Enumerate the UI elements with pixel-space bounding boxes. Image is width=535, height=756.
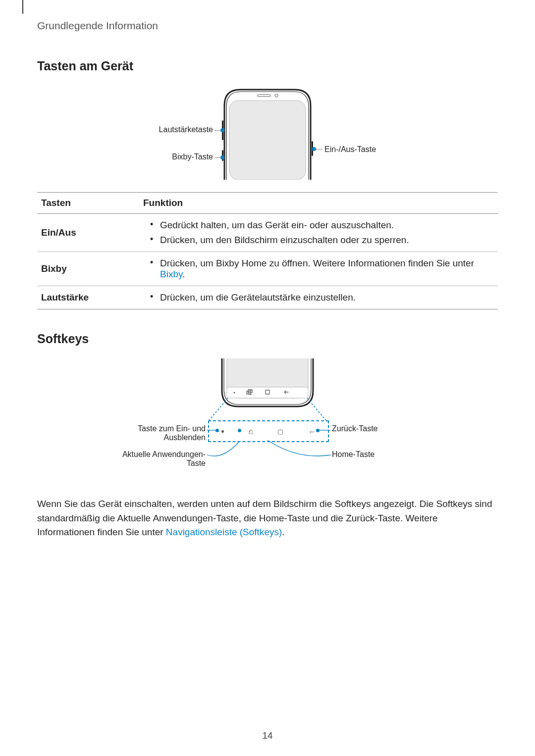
callout-power-label: Ein-/Aus-Taste	[324, 145, 376, 153]
callout-hide-key: Taste zum Ein- und Ausblenden	[109, 424, 206, 442]
callout-dot-icon	[220, 128, 224, 132]
table-header-key: Tasten	[37, 193, 139, 214]
callout-dot-icon	[215, 429, 219, 432]
link-navigation-bar[interactable]: Navigationsleiste (Softkeys)	[166, 527, 282, 537]
callout-power-key: Ein-/Aus-Taste	[324, 145, 409, 154]
phone-top-illustration	[220, 86, 315, 180]
table-key-cell: Ein/Aus	[37, 214, 139, 252]
back-icon: ←	[308, 427, 316, 436]
table-func-cell: Drücken, um Bixby Home zu öffnen. Weiter…	[139, 252, 498, 286]
callout-home-key: Home-Taste	[332, 450, 416, 459]
hide-dot-icon	[221, 430, 224, 433]
callout-volume-label: Lautstärketaste	[159, 125, 213, 134]
table-row: Lautstärke Drücken, um die Gerätelautstä…	[37, 286, 498, 309]
table-func-cell: Gedrückt halten, um das Gerät ein- oder …	[139, 214, 498, 252]
table-header-function: Funktion	[139, 193, 498, 214]
text: .	[182, 269, 185, 279]
running-head: Grundlegende Information	[37, 20, 498, 32]
callout-dot-icon	[238, 429, 241, 432]
callout-line	[316, 149, 322, 150]
callout-dot-icon	[316, 429, 320, 432]
table-func-item: Gedrückt halten, um das Gerät ein- oder …	[153, 218, 494, 233]
table-key-cell: Bixby	[37, 252, 139, 286]
callout-dot-icon	[312, 147, 316, 151]
callout-back-key: Zurück-Taste	[332, 424, 416, 433]
softkey-bar-zoom: ⎌ ▢ ←	[208, 420, 329, 442]
page-edge-mark	[22, 0, 23, 14]
text: Drücken, um Bixby Home zu öffnen. Weiter…	[160, 258, 474, 268]
callout-recents-key: Aktuelle Anwendungen-Taste	[109, 450, 206, 468]
svg-rect-2	[258, 95, 270, 97]
table-func-cell: Drücken, um die Gerätelautstärke einzust…	[139, 286, 498, 309]
text: .	[282, 527, 284, 537]
callout-recents-label: Aktuelle Anwendungen-Taste	[122, 450, 206, 467]
figure-device-keys: Lautstärketaste Bixby-Taste Ein-/Aus-Tas…	[37, 86, 498, 180]
figure-softkeys: ⎌ ▢ ← Taste zum Ein- und Ausblenden Aktu…	[37, 358, 498, 485]
page-content: Grundlegende Information Tasten am Gerät	[0, 0, 535, 540]
callout-bixby-key: Bixby-Taste	[129, 152, 213, 161]
callout-bixby-label: Bixby-Taste	[172, 152, 213, 161]
callout-volume-key: Lautstärketaste	[129, 125, 213, 134]
callout-home-label: Home-Taste	[332, 450, 374, 458]
keys-function-table: Tasten Funktion Ein/Aus Gedrückt halten,…	[37, 192, 498, 309]
section-heading-keys: Tasten am Gerät	[37, 59, 498, 73]
table-func-item: Drücken, um Bixby Home zu öffnen. Weiter…	[153, 256, 494, 282]
svg-line-13	[307, 398, 326, 420]
table-row: Ein/Aus Gedrückt halten, um das Gerät ei…	[37, 214, 498, 252]
svg-line-12	[209, 398, 228, 420]
home-icon: ▢	[277, 428, 283, 435]
section-heading-softkeys: Softkeys	[37, 332, 498, 346]
table-func-item: Drücken, um den Bildschirm einzuschalten…	[153, 233, 494, 248]
table-func-item: Drücken, um die Gerätelautstärke einzust…	[153, 290, 494, 305]
link-bixby[interactable]: Bixby	[160, 269, 182, 279]
callout-back-label: Zurück-Taste	[332, 424, 377, 433]
table-row: Bixby Drücken, um Bixby Home zu öffnen. …	[37, 252, 498, 286]
svg-rect-0	[229, 101, 306, 180]
body-paragraph: Wenn Sie das Gerät einschalten, werden u…	[37, 497, 498, 540]
svg-point-3	[275, 94, 278, 97]
recents-icon: ⎌	[249, 427, 253, 436]
page-number: 14	[0, 730, 535, 741]
callout-dot-icon	[220, 155, 224, 159]
table-key-cell: Lautstärke	[37, 286, 139, 309]
callout-hide-label: Taste zum Ein- und Ausblenden	[138, 424, 206, 442]
